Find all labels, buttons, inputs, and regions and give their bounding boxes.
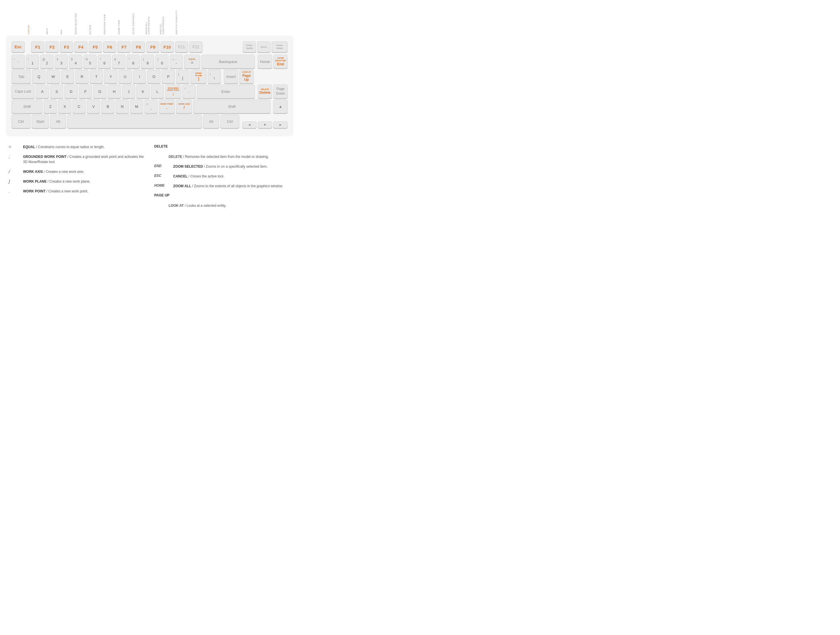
key-alt-left[interactable]: Alt xyxy=(50,115,66,128)
key-f3[interactable]: F3 xyxy=(60,41,73,52)
key-f12[interactable]: F12 xyxy=(189,41,202,52)
legend-text-end: ZOOM SELECTED / Zooms in on a specifical… xyxy=(173,164,291,169)
key-1[interactable]: !1 xyxy=(26,55,39,68)
key-f10[interactable]: F10 xyxy=(161,41,174,52)
key-n[interactable]: N xyxy=(116,99,129,113)
key-insert[interactable]: Insert xyxy=(224,69,238,84)
key-4[interactable]: $4 xyxy=(69,55,82,68)
key-end[interactable]: ZOOMSELECTED End xyxy=(273,55,288,68)
key-backspace[interactable]: Backspace xyxy=(201,55,255,68)
key-pause[interactable]: PauseBreak xyxy=(272,41,288,52)
key-arrow-right[interactable]: ► xyxy=(273,121,288,128)
key-8[interactable]: *8 xyxy=(126,55,140,68)
key-2-top: @ xyxy=(42,58,45,61)
key-f9[interactable]: F9 xyxy=(146,41,159,52)
key-ctrl-left[interactable]: Ctrl xyxy=(11,115,30,128)
key-tab[interactable]: Tab xyxy=(11,69,31,84)
key-i[interactable]: I xyxy=(133,69,146,84)
key-f[interactable]: F xyxy=(79,85,92,98)
key-3[interactable]: #3 xyxy=(55,55,68,68)
key-w-label: W xyxy=(52,74,55,79)
key-backslash[interactable]: | \ xyxy=(208,69,221,84)
key-5[interactable]: %5 xyxy=(84,55,97,68)
key-alt-right[interactable]: Alt xyxy=(203,115,219,128)
key-esc[interactable]: Esc xyxy=(11,41,25,52)
key-g[interactable]: G xyxy=(93,85,106,98)
key-h[interactable]: H xyxy=(107,85,121,98)
key-p[interactable]: P xyxy=(162,69,175,84)
key-e[interactable]: E xyxy=(61,69,74,84)
key-m[interactable]: M xyxy=(130,99,143,113)
key-prtscn[interactable]: PrtScnSysRq xyxy=(243,41,256,52)
key-q[interactable]: Q xyxy=(32,69,46,84)
key-f9-label: F9 xyxy=(150,44,155,49)
key-arrow-down[interactable]: ▼ xyxy=(258,121,272,128)
key-backtick[interactable]: ~ ` xyxy=(11,55,25,68)
key-shift-right[interactable]: Shift xyxy=(193,99,270,113)
function-row: Esc F1 F2 F3 F4 F5 F6 F7 F8 F9 F10 F11 F… xyxy=(11,41,288,52)
key-period[interactable]: WORK POINT . xyxy=(159,99,175,113)
key-minus[interactable]: —- xyxy=(170,55,183,68)
key-f6[interactable]: F6 xyxy=(103,41,116,52)
key-y[interactable]: Y xyxy=(104,69,117,84)
key-space[interactable] xyxy=(67,115,202,128)
key-2[interactable]: @2 xyxy=(40,55,54,68)
key-l[interactable]: L xyxy=(151,85,164,98)
key-caps[interactable]: Caps Lock xyxy=(11,85,35,98)
key-x[interactable]: X xyxy=(58,99,71,113)
key-r[interactable]: R xyxy=(75,69,88,84)
key-start[interactable]: Start xyxy=(32,115,49,128)
key-d[interactable]: D xyxy=(65,85,78,98)
key-bracket-left-top: { xyxy=(178,73,179,76)
key-f2[interactable]: F2 xyxy=(46,41,59,52)
key-arrow-left[interactable]: ◄ xyxy=(242,121,257,128)
key-f1[interactable]: F1 xyxy=(31,41,44,52)
key-backtick-bottom: ` xyxy=(17,61,19,65)
legend-item-slash: / WORK AXIS / Creates a new work axis. xyxy=(9,169,145,174)
key-pageup[interactable]: LOOK AT PageUp xyxy=(239,69,254,84)
key-6[interactable]: ^6 xyxy=(98,55,111,68)
key-f5[interactable]: F5 xyxy=(88,41,102,52)
key-delete[interactable]: DELETE Delete xyxy=(258,85,272,98)
key-3-bot: 3 xyxy=(60,61,62,65)
key-v[interactable]: V xyxy=(87,99,100,113)
key-f4[interactable]: F4 xyxy=(74,41,87,52)
key-equal[interactable]: EQUAL = xyxy=(184,55,200,68)
key-o[interactable]: O xyxy=(147,69,161,84)
legend-item-esc: ESC CANCEL / Closes the active tool. xyxy=(154,174,291,179)
key-quote[interactable]: " ' xyxy=(182,85,196,98)
key-bracket-left[interactable]: { [ xyxy=(176,69,189,84)
key-comma[interactable]: < , xyxy=(144,99,158,113)
key-home[interactable]: Home xyxy=(258,55,272,68)
key-shift-left[interactable]: Shift xyxy=(11,99,43,113)
key-semicolon[interactable]: GROUNDEDWORK POINT ; xyxy=(165,85,181,98)
f3-label: ZOOM SELECTED xyxy=(74,11,77,35)
key-j-label: J xyxy=(128,90,130,94)
key-pagedown[interactable]: PageDown xyxy=(273,85,288,98)
key-backslash-bot: \ xyxy=(214,76,215,80)
key-c[interactable]: C xyxy=(73,99,86,113)
key-t[interactable]: T xyxy=(90,69,103,84)
key-f11[interactable]: F11 xyxy=(175,41,188,52)
key-w[interactable]: W xyxy=(47,69,60,84)
key-y-label: Y xyxy=(110,74,112,79)
key-bracket-right[interactable]: WORKPLANE ] xyxy=(190,69,207,84)
key-z[interactable]: Z xyxy=(44,99,57,113)
key-k[interactable]: K xyxy=(136,85,150,98)
key-arrow-left-icon: ◄ xyxy=(248,123,251,127)
key-arrow-up[interactable]: ▲ xyxy=(273,99,288,113)
key-f7[interactable]: F7 xyxy=(117,41,131,52)
key-u[interactable]: U xyxy=(118,69,132,84)
key-f8[interactable]: F8 xyxy=(132,41,145,52)
key-s[interactable]: S xyxy=(50,85,63,98)
key-ctrl-right[interactable]: Ctrl xyxy=(220,115,239,128)
key-j[interactable]: J xyxy=(122,85,135,98)
key-7[interactable]: &7 xyxy=(112,55,125,68)
key-a[interactable]: A xyxy=(36,85,49,98)
key-slash[interactable]: WORK AXIS / xyxy=(176,99,192,113)
key-scrlk[interactable]: ScrLK xyxy=(257,41,270,52)
key-enter[interactable]: Enter xyxy=(197,85,255,98)
key-b[interactable]: B xyxy=(101,99,114,113)
key-0[interactable]: )0 xyxy=(155,55,169,68)
key-9[interactable]: (9 xyxy=(141,55,154,68)
